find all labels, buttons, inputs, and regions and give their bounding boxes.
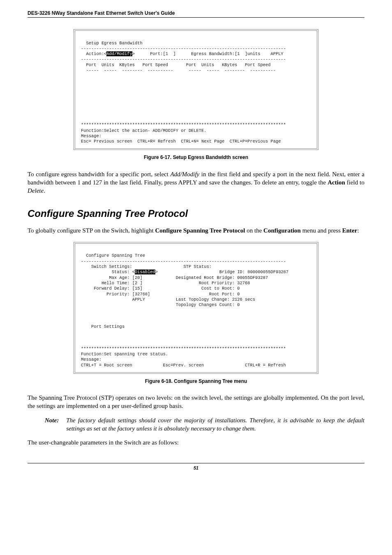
term2-l2b: > Bridge ID: 800000055DF93287 — [155, 269, 288, 274]
term1-action-value: Add/Modify — [106, 51, 132, 56]
term2-msg: Message: — [81, 357, 101, 362]
term2-status-value: Disabled — [135, 269, 155, 274]
figure-caption-17: Figure 6-17. Setup Egress Bandwidth scre… — [28, 154, 364, 161]
term2-l5: Forward Delay: [15] Cost to Root: 0 — [81, 286, 240, 291]
p1-post1: field to — [345, 179, 364, 186]
terminal-spanning-tree: Configure Spanning Tree ----------------… — [74, 242, 318, 374]
term2-l4: Hello Time: [2 ] Root Priority: 32768 — [81, 281, 250, 286]
intro-b2: Configuration — [263, 227, 301, 234]
p1-action: Action — [327, 179, 345, 186]
note-block: Note: The factory default settings shoul… — [45, 416, 364, 433]
term2-stars: ****************************************… — [81, 346, 286, 351]
term1-header-row: Port Units KBytes Port Speed Port Units … — [81, 62, 270, 67]
term2-func: Function:Set spanning tree status. — [81, 352, 168, 357]
term2-title: Configure Spanning Tree — [81, 253, 145, 258]
paragraph-configure-egress: To configure egress bandwidth for a spec… — [28, 170, 364, 195]
term2-foot: CTRL+T = Root screen Esc=Prev. screen CT… — [81, 363, 286, 368]
term2-l3: Max Age: [20] Designated Root Bridge: 00… — [81, 275, 268, 280]
intro-pre: To globally configure STP on the Switch,… — [28, 227, 155, 234]
note-body: The factory default settings should cove… — [66, 416, 364, 433]
figure-caption-18: Figure 6-18. Configure Spanning Tree men… — [28, 378, 364, 385]
term1-action-pre: Action:< — [81, 51, 106, 56]
note-label: Note: — [45, 416, 59, 433]
intro-post: menu and press — [301, 227, 342, 234]
term2-l1: Switch Settings: STP Status: — [81, 264, 212, 269]
term2-l9: Port Settings — [81, 324, 125, 329]
term1-foot: Esc= Previous screen CTRL+R= Refresh CTR… — [81, 139, 281, 144]
paragraph-user-params: The user-changeable parameters in the Sw… — [28, 438, 364, 447]
intro-b3: Enter — [342, 227, 357, 234]
intro-end: : — [357, 227, 359, 234]
intro-b1: Configure Spanning Tree Protocol — [155, 227, 245, 234]
term1-title: Setup Egress Bandwidth — [81, 41, 143, 46]
terminal-egress-bandwidth: Setup Egress Bandwidth -----------------… — [74, 29, 318, 150]
p1-addmodify: Add/Modify — [170, 171, 199, 177]
p1-pre: To configure egress bandwidth for a spec… — [28, 171, 170, 177]
page-header: DES-3226 NWay Standalone Fast Ethernet S… — [28, 10, 364, 18]
page-number: 51 — [28, 463, 364, 471]
term2-l8: Topology Changes Count: 0 — [81, 302, 240, 307]
term1-msg: Message: — [81, 134, 101, 138]
term2-l7: APPLY Last Topology Change: 2126 secs — [81, 297, 255, 302]
paragraph-stp-levels: The Spanning Tree Protocol (STP) operate… — [28, 394, 364, 410]
term1-func: Function:Select the action- ADD/MODIFY o… — [81, 128, 207, 133]
term1-stars: ****************************************… — [81, 122, 286, 127]
term1-dash-row: ----- ----- -------- ---------- ----- --… — [81, 68, 276, 73]
term2-l2a: Status: < — [81, 269, 135, 274]
term2-l6: Priority: [32768] Root Port: 0 — [81, 292, 240, 297]
section-title: Configure Spanning Tree Protocol — [28, 207, 364, 220]
intro-mid: on the — [245, 227, 264, 234]
term1-action-post: > Port:[1 ] Egress Bandwidth:[1 ]units A… — [132, 51, 284, 56]
p1-end: . — [44, 187, 45, 194]
p1-delete: Delete — [28, 187, 44, 194]
paragraph-intro-stp: To globally configure STP on the Switch,… — [28, 226, 364, 235]
